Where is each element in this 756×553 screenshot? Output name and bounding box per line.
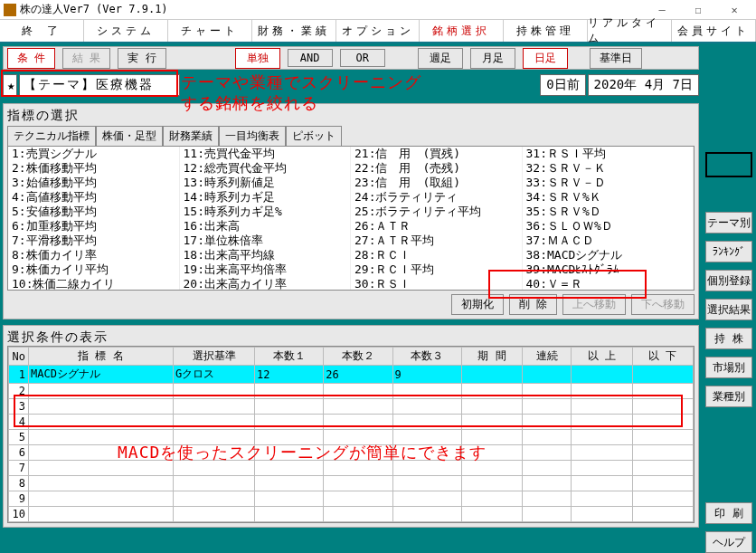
table-row[interactable]: 4: [9, 415, 694, 430]
indicator-item[interactable]: 22:信 用 (売残): [351, 161, 522, 176]
btn-month[interactable]: 月足: [470, 48, 515, 69]
btn-or[interactable]: OR: [340, 49, 385, 67]
indicator-item[interactable]: 40:Ｖ＝Ｒ: [523, 277, 694, 291]
indicator-item[interactable]: 17:単位株倍率: [180, 234, 351, 248]
btn-delete[interactable]: 削 除: [509, 294, 557, 315]
btn-week[interactable]: 週足: [418, 48, 463, 69]
indicator-item[interactable]: 2:株価移動平均: [8, 161, 179, 176]
menu-stock-select[interactable]: 銘柄選択: [420, 20, 504, 42]
indicator-item[interactable]: 24:ボラティリティ: [351, 190, 522, 205]
table-row[interactable]: 6: [9, 445, 694, 461]
indicator-list[interactable]: 1:売買シグナル2:株価移動平均3:始値移動平均4:高値移動平均5:安値移動平均…: [7, 146, 695, 291]
menu-system[interactable]: システム: [84, 20, 168, 42]
table-row[interactable]: 1MACDシグナルGクロス12269: [9, 366, 694, 384]
maximize-icon[interactable]: ☐: [680, 1, 716, 19]
sidebar-help[interactable]: ヘルプ: [705, 531, 752, 553]
indicator-item[interactable]: 33:ＳＲＶ－Ｄ: [523, 176, 694, 190]
menu-option[interactable]: オプション: [336, 20, 421, 42]
table-row[interactable]: 10: [9, 507, 694, 522]
indicator-item[interactable]: 11:売買代金平均: [180, 147, 351, 161]
indicator-item[interactable]: 12:総売買代金平均: [180, 161, 351, 176]
btn-and[interactable]: AND: [288, 49, 333, 67]
indicator-item[interactable]: 1:売買シグナル: [8, 147, 179, 161]
menu-holdings[interactable]: 持株管理: [504, 20, 588, 42]
btn-basedate[interactable]: 基準日: [590, 48, 642, 69]
btn-run[interactable]: 実 行: [118, 48, 165, 69]
sidebar-print[interactable]: 印 刷: [705, 502, 752, 524]
indicator-item[interactable]: 3:始値移動平均: [8, 176, 179, 190]
indicator-item[interactable]: 5:安値移動平均: [8, 205, 179, 219]
indicator-item[interactable]: 7:平滑移動平均: [8, 234, 179, 248]
menu-exit[interactable]: 終 了: [0, 20, 84, 42]
sidebar-results[interactable]: 選択結果: [705, 299, 752, 320]
indicator-item[interactable]: 8:株価カイリ率: [8, 248, 179, 262]
indicator-item[interactable]: 29:ＲＣＩ平均: [351, 262, 522, 277]
table-row[interactable]: 5: [9, 430, 694, 445]
menu-finance[interactable]: 財務・業績: [252, 20, 336, 42]
sidebar-register[interactable]: 個別登録: [705, 270, 752, 291]
cond-header: 本数２: [324, 348, 392, 366]
menu-realtime[interactable]: リアルタイム: [588, 20, 672, 42]
indicator-item[interactable]: 21:信 用 (買残): [351, 147, 522, 161]
indicator-item[interactable]: 19:出来高平均倍率: [180, 262, 351, 277]
indicator-item[interactable]: 25:ボラティリティ平均: [351, 205, 522, 219]
theme-line: ★ 【テーマ】医療機器 0日前 2020年 4月 7日: [3, 72, 699, 98]
indicator-item[interactable]: 20:出来高カイリ率: [180, 277, 351, 291]
menu-chart[interactable]: チャート: [168, 20, 252, 42]
table-row[interactable]: 8: [9, 476, 694, 491]
indicator-item[interactable]: 36:ＳＬＯＷ%Ｄ: [523, 219, 694, 234]
indicator-item[interactable]: 26:ＡＴＲ: [351, 219, 522, 234]
indicator-item[interactable]: 39:MACDﾋｽﾄｸﾞﾗﾑ: [523, 262, 694, 277]
indicator-item[interactable]: 10:株価二線カイリ: [8, 277, 179, 291]
indicator-item[interactable]: 9:株価カイリ平均: [8, 262, 179, 277]
sidebar-ranking[interactable]: ﾗﾝｷﾝｸﾞ: [705, 241, 752, 262]
tab-ichimoku[interactable]: 一目均衡表: [219, 126, 286, 146]
indicator-item[interactable]: 37:ＭＡＣＤ: [523, 234, 694, 248]
tab-financial[interactable]: 財務業績: [163, 126, 219, 146]
close-icon[interactable]: ✕: [716, 1, 752, 19]
indicator-item[interactable]: 30:ＲＳＩ: [351, 277, 522, 291]
indicator-item[interactable]: 6:加重移動平均: [8, 219, 179, 234]
indicator-item[interactable]: 34:ＳＲＶ%Ｋ: [523, 190, 694, 205]
tab-technical[interactable]: テクニカル指標: [7, 126, 96, 146]
menu-member[interactable]: 会員サイト: [672, 20, 756, 42]
btn-day[interactable]: 日足: [523, 48, 568, 69]
sidebar-theme[interactable]: テーマ別: [705, 212, 752, 234]
indicator-item[interactable]: 32:ＳＲＶ－Ｋ: [523, 161, 694, 176]
indicator-item[interactable]: 28:ＲＣＩ: [351, 248, 522, 262]
table-row[interactable]: 7: [9, 461, 694, 476]
indicator-item[interactable]: 4:高値移動平均: [8, 190, 179, 205]
indicator-item[interactable]: 35:ＳＲＶ%Ｄ: [523, 205, 694, 219]
sidebar-holdings[interactable]: 持 株: [705, 328, 752, 349]
indicator-item[interactable]: 27:ＡＴＲ平均: [351, 234, 522, 248]
theme-star[interactable]: ★: [3, 74, 17, 96]
date-field[interactable]: 2020年 4月 7日: [588, 74, 699, 96]
menubar: 終 了 システム チャート 財務・業績 オプション 銘柄選択 持株管理 リアルタ…: [0, 20, 756, 43]
indicator-item[interactable]: 38:MACDシグナル: [523, 248, 694, 262]
sidebar-sector[interactable]: 業種別: [705, 386, 752, 407]
btn-move-down[interactable]: 下へ移動: [631, 294, 695, 315]
conditions-grid[interactable]: No指 標 名選択基準本数１本数２本数３期 間連続以 上以 下1MACDシグナル…: [7, 346, 695, 523]
tab-pivot[interactable]: ピボット: [286, 126, 342, 146]
table-row[interactable]: 3: [9, 399, 694, 415]
indicator-item[interactable]: 13:時系列新値足: [180, 176, 351, 190]
btn-single[interactable]: 単独: [235, 48, 280, 69]
table-row[interactable]: 2: [9, 384, 694, 399]
days-ago-field[interactable]: 0日前: [540, 74, 585, 96]
indicator-tabs: テクニカル指標 株価・足型 財務業績 一目均衡表 ピボット: [7, 126, 695, 146]
tab-price-candle[interactable]: 株価・足型: [96, 126, 163, 146]
indicator-item[interactable]: 16:出来高: [180, 219, 351, 234]
sidebar-market[interactable]: 市場別: [705, 357, 752, 378]
btn-condition[interactable]: 条 件: [7, 48, 55, 69]
btn-move-up[interactable]: 上へ移動: [562, 294, 626, 315]
table-row[interactable]: 9: [9, 491, 694, 507]
btn-init[interactable]: 初期化: [451, 294, 504, 315]
indicator-item[interactable]: 31:ＲＳＩ平均: [523, 147, 694, 161]
indicator-item[interactable]: 14:時系列カギ足: [180, 190, 351, 205]
app-icon: [4, 4, 16, 16]
indicator-item[interactable]: 18:出来高平均線: [180, 248, 351, 262]
indicator-item[interactable]: 15:時系列カギ足%: [180, 205, 351, 219]
theme-field[interactable]: 【テーマ】医療機器: [19, 74, 180, 96]
indicator-item[interactable]: 23:信 用 (取組): [351, 176, 522, 190]
btn-result[interactable]: 結 果: [62, 48, 110, 69]
